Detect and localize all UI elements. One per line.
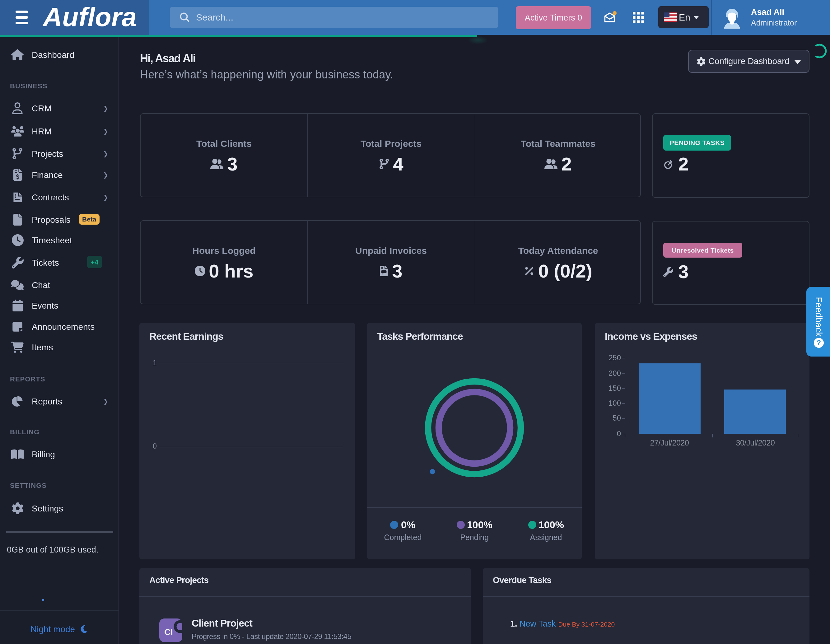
svg-text:?: ? [817,339,821,347]
svg-text:Cl: Cl [164,627,173,636]
